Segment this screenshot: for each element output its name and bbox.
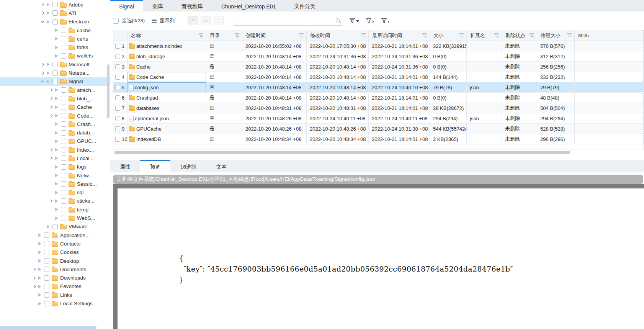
chevron-icon[interactable] xyxy=(49,199,53,203)
tree-item[interactable]: Documents xyxy=(0,265,110,273)
chevron-icon[interactable] xyxy=(41,71,44,75)
tree-vertical-scrollbar[interactable] xyxy=(107,64,110,118)
table-row[interactable]: 4 Code Cache 是 2022-10-20 10:48:14 +08 2… xyxy=(113,72,644,82)
name-cell[interactable]: databases xyxy=(127,103,206,113)
table-row[interactable]: 10 IndexedDB 是 2022-10-20 10:48:34 +08 2… xyxy=(113,134,644,144)
tree-checkbox[interactable] xyxy=(61,105,66,110)
column-filter-icon[interactable] xyxy=(235,33,240,38)
chevron-icon[interactable] xyxy=(41,20,44,24)
tree-item[interactable]: sticke... xyxy=(0,197,110,205)
tree-checkbox[interactable] xyxy=(61,207,66,212)
top-tab[interactable]: 文件分类 xyxy=(285,0,325,11)
name-cell[interactable]: IndexedDB xyxy=(127,134,206,144)
tree-checkbox[interactable] xyxy=(61,164,66,170)
tree-item[interactable]: VMware xyxy=(0,223,110,231)
chevron-icon[interactable] xyxy=(41,11,44,15)
tree-checkbox[interactable] xyxy=(61,181,66,187)
chevron-icon[interactable] xyxy=(32,276,36,280)
row-checkbox[interactable] xyxy=(115,95,120,100)
tree-checkbox[interactable] xyxy=(52,70,58,76)
tree-checkbox[interactable] xyxy=(61,173,66,178)
top-tab[interactable]: 音视频库 xyxy=(172,0,212,11)
tree-checkbox[interactable] xyxy=(61,121,66,127)
filter-clear-button[interactable]: x xyxy=(381,17,390,25)
top-tab[interactable]: ChunHei_Desktop.E01 xyxy=(212,0,285,11)
tree-checkbox[interactable] xyxy=(44,301,49,306)
column-header[interactable]: 目录 xyxy=(206,30,242,41)
column-header[interactable]: 扩展名 xyxy=(467,30,502,41)
column-header[interactable]: 修改时间 xyxy=(307,30,369,41)
tree-checkbox[interactable] xyxy=(61,139,66,144)
tree-checkbox[interactable] xyxy=(44,258,49,264)
select-all-label[interactable]: 全选(0/23) xyxy=(122,17,145,24)
table-row[interactable]: 8 ephemeral.json 否 2022-10-20 10:48:26 +… xyxy=(113,113,644,124)
table-row[interactable]: 7 databases 是 2022-10-20 10:48:31 +08 20… xyxy=(113,103,644,113)
chevron-icon[interactable] xyxy=(49,114,53,118)
detail-tab[interactable]: 属性 xyxy=(110,160,140,172)
column-filter-icon[interactable] xyxy=(199,33,204,38)
tree-item[interactable]: Netw... xyxy=(0,171,110,180)
tree-item[interactable]: Local... xyxy=(0,154,110,162)
tree-checkbox[interactable] xyxy=(61,87,66,93)
tree-item[interactable]: wallets xyxy=(0,52,110,60)
tree-item[interactable]: Electrum xyxy=(0,18,110,26)
top-tab[interactable]: 图库 xyxy=(143,0,172,11)
tree-checkbox[interactable] xyxy=(61,53,66,59)
tree-item[interactable]: Contacts xyxy=(0,239,110,248)
top-tab[interactable]: Signal xyxy=(110,0,143,11)
tree-item[interactable]: Cache xyxy=(0,103,110,111)
chevron-icon[interactable] xyxy=(49,156,53,160)
regex-search-button[interactable]: .* xyxy=(188,16,198,25)
filter-advanced-button[interactable]: Σ xyxy=(365,17,375,25)
tree-checkbox[interactable] xyxy=(44,267,49,272)
tree-checkbox[interactable] xyxy=(52,62,58,67)
tree-checkbox[interactable] xyxy=(61,190,66,195)
column-filter-icon[interactable] xyxy=(459,33,464,38)
name-cell[interactable]: ephemeral.json xyxy=(127,113,206,123)
row-checkbox[interactable] xyxy=(115,54,120,59)
tree-item[interactable]: Links xyxy=(0,291,110,299)
detail-tab[interactable]: 文本 xyxy=(206,160,237,172)
tree-item[interactable]: Local Settings xyxy=(0,299,110,308)
match-word-button[interactable]: “„ xyxy=(214,16,224,25)
tree-checkbox[interactable] xyxy=(61,45,66,50)
tree-checkbox[interactable] xyxy=(61,96,66,101)
row-checkbox[interactable] xyxy=(115,116,120,121)
scrollbar-thumb[interactable] xyxy=(114,151,570,154)
tree-item[interactable]: Desktop xyxy=(0,257,110,265)
detail-tab[interactable]: 16进制 xyxy=(170,160,206,172)
column-header[interactable] xyxy=(113,30,127,41)
column-header[interactable]: 删除状态 xyxy=(502,30,537,41)
column-filter-icon[interactable] xyxy=(422,33,427,38)
tree-item[interactable]: blob_... xyxy=(0,94,110,103)
tree-checkbox[interactable] xyxy=(61,147,66,152)
name-cell[interactable]: blob_storage xyxy=(127,51,206,61)
tree-checkbox[interactable] xyxy=(44,292,49,298)
row-checkbox[interactable] xyxy=(115,85,120,90)
row-checkbox[interactable] xyxy=(115,137,120,142)
column-header[interactable]: 创建时间 xyxy=(242,30,307,41)
chevron-icon[interactable] xyxy=(32,285,36,288)
tree-checkbox[interactable] xyxy=(61,216,66,221)
tree-item[interactable]: Application... xyxy=(0,231,110,239)
row-checkbox[interactable] xyxy=(115,126,120,131)
tree-item[interactable]: forks xyxy=(0,43,110,51)
tree-checkbox[interactable] xyxy=(44,275,49,281)
tree-item[interactable]: Index... xyxy=(0,146,110,154)
column-filter-icon[interactable] xyxy=(494,33,499,38)
tree-checkbox[interactable] xyxy=(52,10,58,16)
tree-item[interactable]: cache xyxy=(0,26,110,34)
tree-checkbox[interactable] xyxy=(52,224,58,229)
column-filter-icon[interactable] xyxy=(567,33,572,38)
show-columns-button[interactable]: 显示列 xyxy=(160,17,175,24)
tree-checkbox[interactable] xyxy=(61,130,66,136)
column-header[interactable]: 大小 xyxy=(430,30,467,41)
tree-checkbox[interactable] xyxy=(52,79,58,84)
tree-item[interactable]: Signal xyxy=(0,77,110,86)
tree-item[interactable]: Crash... xyxy=(0,120,110,128)
table-horizontal-scrollbar[interactable] xyxy=(113,149,644,155)
tree-item[interactable]: Code... xyxy=(0,111,110,120)
tree-checkbox[interactable] xyxy=(44,250,49,255)
tree-item[interactable]: Sessio... xyxy=(0,180,110,188)
tree-checkbox[interactable] xyxy=(44,232,49,238)
